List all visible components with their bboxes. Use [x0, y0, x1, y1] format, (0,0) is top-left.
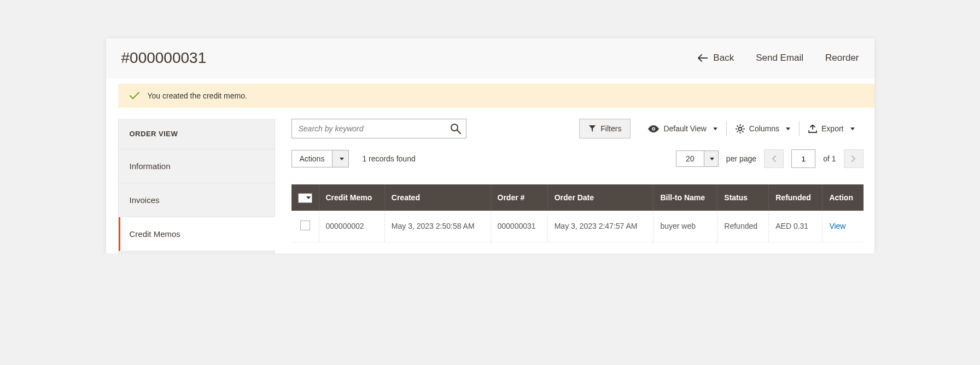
- svg-point-0: [451, 124, 458, 131]
- reorder-button[interactable]: Reorder: [825, 53, 859, 63]
- columns-label: Columns: [749, 124, 779, 133]
- grid-header-refunded[interactable]: Refunded: [769, 184, 822, 211]
- grid-header-action: Action: [822, 184, 864, 211]
- per-page-select[interactable]: 20: [676, 150, 719, 167]
- svg-line-10: [742, 131, 743, 132]
- cell-credit-memo: 000000002: [319, 211, 384, 242]
- check-icon: [129, 91, 140, 100]
- cell-bill-to: buyer web: [654, 211, 718, 242]
- svg-line-1: [457, 130, 460, 134]
- back-label: Back: [713, 53, 734, 63]
- records-found-text: 1 records found: [362, 154, 415, 163]
- grid-header-order-no[interactable]: Order #: [491, 184, 547, 211]
- view-link[interactable]: View: [829, 222, 845, 230]
- table-row[interactable]: 000000002 May 3, 2023 2:50:58 AM 0000000…: [291, 211, 864, 242]
- cell-created: May 3, 2023 2:50:58 AM: [384, 211, 491, 242]
- svg-line-12: [737, 131, 738, 132]
- main-panel: Filters Default View Co: [291, 119, 874, 253]
- actions-label: Actions: [292, 150, 332, 167]
- chevron-right-icon: [851, 155, 856, 162]
- toolbar-row-2: Actions 1 records found 20 per page of 1: [291, 149, 864, 168]
- page-input[interactable]: [791, 149, 815, 168]
- chevron-down-icon: [786, 128, 790, 130]
- export-label: Export: [821, 124, 843, 133]
- cell-status: Refunded: [718, 211, 769, 242]
- gear-icon: [736, 124, 745, 134]
- default-view-button[interactable]: Default View: [639, 119, 726, 138]
- actions-trigger[interactable]: [332, 150, 348, 167]
- header-actions: Back Send Email Reorder: [698, 53, 859, 63]
- grid-header-checkbox[interactable]: [291, 184, 319, 211]
- sidebar-item-label: Invoices: [130, 195, 160, 205]
- toolbar-row-1: Filters Default View Co: [291, 119, 864, 138]
- grid-header-credit-memo[interactable]: Credit Memo: [319, 184, 384, 211]
- sidebar-item-information[interactable]: Information: [119, 149, 275, 183]
- chevron-down-icon: [340, 158, 344, 160]
- sidebar-item-credit-memos[interactable]: Credit Memos: [119, 217, 275, 251]
- funnel-icon: [588, 125, 596, 132]
- actions-dropdown[interactable]: Actions: [291, 150, 349, 167]
- grid-header-status[interactable]: Status: [718, 184, 769, 211]
- body-row: ORDER VIEW Information Invoices Credit M…: [106, 119, 874, 253]
- chevron-down-icon: [710, 158, 714, 160]
- sidebar-item-invoices[interactable]: Invoices: [119, 183, 275, 217]
- chevron-down-icon: [306, 196, 311, 199]
- page-title: #000000031: [121, 49, 207, 67]
- default-view-label: Default View: [663, 124, 706, 133]
- svg-line-9: [737, 125, 738, 126]
- grid-header-created[interactable]: Created: [384, 184, 491, 211]
- next-page-button[interactable]: [844, 149, 864, 168]
- page-of-text: of 1: [823, 154, 836, 163]
- chevron-down-icon: [850, 128, 855, 130]
- chevron-down-icon: [713, 128, 718, 130]
- back-button[interactable]: Back: [698, 53, 734, 63]
- toolbar-right: Filters Default View Co: [579, 119, 863, 138]
- sidebar-item-label: Information: [130, 161, 171, 171]
- row-checkbox[interactable]: [300, 221, 310, 230]
- prev-page-button[interactable]: [764, 149, 784, 168]
- columns-button[interactable]: Columns: [727, 119, 799, 138]
- cell-order-date: May 3, 2023 2:47:57 AM: [547, 211, 654, 242]
- per-page-trigger[interactable]: [704, 151, 718, 166]
- chevron-left-icon: [772, 155, 776, 162]
- export-icon: [808, 125, 817, 133]
- svg-line-11: [742, 125, 743, 126]
- grid-header-order-date[interactable]: Order Date: [547, 184, 654, 211]
- search-box: [291, 119, 466, 138]
- per-page-label: per page: [726, 154, 756, 163]
- header-bar: #000000031 Back Send Email Reorder: [106, 38, 874, 78]
- page-container: #000000031 Back Send Email Reorder You c…: [106, 38, 874, 253]
- message-area: You created the credit memo.: [106, 78, 874, 108]
- send-email-button[interactable]: Send Email: [756, 53, 803, 63]
- back-arrow-icon: [698, 54, 708, 62]
- pagination-block: 20 per page of 1: [676, 149, 864, 168]
- filters-button[interactable]: Filters: [579, 119, 631, 138]
- sidebar-title: ORDER VIEW: [119, 119, 275, 149]
- filters-label: Filters: [600, 124, 621, 133]
- per-page-value: 20: [676, 151, 704, 166]
- svg-point-3: [653, 128, 655, 130]
- cell-order-no: 000000031: [491, 211, 547, 242]
- eye-icon: [648, 125, 659, 132]
- credit-memo-grid: Credit Memo Created Order # Order Date B…: [291, 184, 864, 242]
- success-message: You created the credit memo.: [118, 84, 874, 108]
- cell-refunded: AED 0.31: [769, 211, 822, 242]
- export-button[interactable]: Export: [800, 119, 863, 138]
- grid-header-bill-to[interactable]: Bill-to Name: [654, 184, 718, 211]
- sidebar-item-label: Credit Memos: [130, 229, 180, 239]
- search-input[interactable]: [291, 119, 466, 138]
- search-icon[interactable]: [450, 123, 461, 134]
- success-message-text: You created the credit memo.: [148, 91, 247, 100]
- order-view-sidebar: ORDER VIEW Information Invoices Credit M…: [118, 119, 275, 253]
- svg-point-4: [738, 127, 742, 130]
